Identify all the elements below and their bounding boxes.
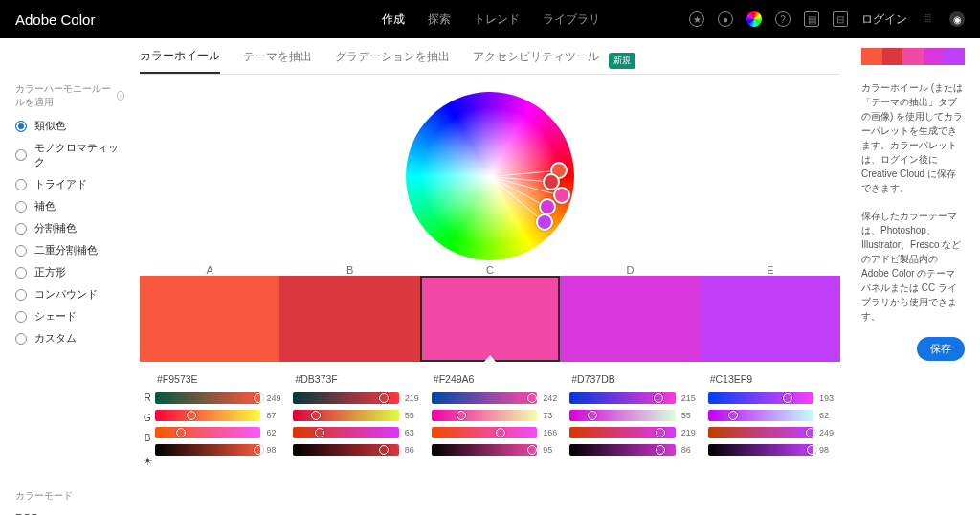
slider-track[interactable]	[432, 410, 537, 421]
harmony-rule-9[interactable]: カスタム	[15, 331, 124, 346]
nav-tab-2[interactable]: トレンド	[474, 11, 520, 28]
hex-value[interactable]: #C13EF9	[708, 373, 840, 385]
slider-track[interactable]	[432, 392, 537, 404]
slider-thumb[interactable]	[656, 445, 665, 455]
harmony-rule-4[interactable]: 分割補色	[15, 221, 124, 235]
slider-value[interactable]: 86	[405, 445, 426, 455]
slider-thumb[interactable]	[379, 393, 389, 403]
slider-value[interactable]: 215	[681, 393, 702, 403]
slider-thumb[interactable]	[654, 393, 663, 403]
chat-icon[interactable]: ⊟	[833, 11, 848, 27]
swatch-E[interactable]	[701, 276, 840, 362]
slider-thumb[interactable]	[176, 428, 186, 437]
slider-thumb[interactable]	[527, 393, 537, 403]
slider-track[interactable]	[708, 392, 813, 404]
help-icon[interactable]: ?	[775, 11, 791, 27]
info-icon[interactable]: i	[117, 91, 124, 101]
harmony-rule-8[interactable]: シェード	[15, 309, 124, 324]
slider-thumb[interactable]	[254, 445, 263, 455]
slider-value[interactable]: 242	[543, 393, 564, 403]
harmony-rule-7[interactable]: コンパウンド	[15, 287, 124, 302]
slider-thumb[interactable]	[783, 393, 792, 403]
subtab-1[interactable]: テーマを抽出	[243, 49, 312, 73]
slider-value[interactable]: 86	[681, 445, 702, 455]
slider-thumb[interactable]	[254, 393, 263, 403]
slider-track[interactable]	[708, 427, 813, 438]
harmony-rule-1[interactable]: モノクロマティック	[15, 141, 124, 169]
slider-value[interactable]: 87	[266, 411, 287, 420]
harmony-rule-0[interactable]: 類似色	[15, 119, 124, 133]
slider-track[interactable]	[293, 410, 398, 421]
wheel-handle-4[interactable]	[536, 213, 553, 231]
slider-thumb[interactable]	[728, 411, 738, 420]
slider-track[interactable]	[569, 444, 675, 456]
nav-tab-0[interactable]: 作成	[382, 11, 405, 28]
bell-icon[interactable]: ●	[718, 11, 733, 27]
swatch-C[interactable]	[420, 276, 560, 362]
slider-thumb[interactable]	[311, 411, 321, 420]
subtab-0[interactable]: カラーホイール	[140, 48, 220, 74]
app-logo[interactable]: Adobe Color	[15, 11, 95, 28]
login-link[interactable]: ログイン	[861, 11, 907, 28]
slider-thumb[interactable]	[187, 411, 196, 420]
docs-icon[interactable]: ▤	[804, 11, 819, 27]
slider-value[interactable]: 98	[819, 445, 840, 455]
slider-track[interactable]	[293, 392, 398, 404]
hex-value[interactable]: #F9573E	[155, 373, 287, 385]
save-button[interactable]: 保存	[917, 337, 965, 361]
slider-track[interactable]	[155, 410, 260, 421]
slider-track[interactable]	[432, 444, 537, 456]
slider-value[interactable]: 55	[405, 411, 426, 420]
slider-thumb[interactable]	[457, 411, 466, 420]
slider-value[interactable]: 95	[543, 445, 564, 455]
slider-track[interactable]	[155, 392, 260, 404]
slider-value[interactable]: 73	[543, 411, 564, 420]
nav-tab-3[interactable]: ライブラリ	[543, 11, 600, 28]
slider-track[interactable]	[155, 427, 260, 438]
slider-value[interactable]: 98	[266, 445, 287, 455]
slider-value[interactable]: 219	[681, 428, 702, 437]
slider-track[interactable]	[569, 392, 675, 404]
subtab-3[interactable]: アクセシビリティツール	[473, 49, 599, 73]
color-wheel-icon[interactable]	[746, 11, 762, 27]
slider-value[interactable]: 166	[543, 428, 564, 437]
slider-track[interactable]	[293, 427, 398, 438]
hex-value[interactable]: #D737DB	[569, 373, 702, 385]
star-icon[interactable]: ★	[689, 11, 704, 27]
swatch-B[interactable]	[279, 276, 419, 362]
slider-value[interactable]: 62	[266, 428, 287, 437]
slider-thumb[interactable]	[588, 411, 597, 420]
slider-value[interactable]: 219	[405, 393, 426, 403]
slider-thumb[interactable]	[315, 428, 324, 437]
slider-thumb[interactable]	[379, 445, 389, 455]
slider-value[interactable]: 62	[819, 411, 840, 420]
nav-tab-1[interactable]: 探索	[428, 11, 451, 28]
slider-thumb[interactable]	[806, 428, 815, 437]
slider-thumb[interactable]	[807, 445, 816, 455]
slider-track[interactable]	[708, 410, 813, 421]
harmony-rule-2[interactable]: トライアド	[15, 177, 124, 191]
slider-track[interactable]	[155, 444, 260, 456]
slider-track[interactable]	[569, 410, 675, 421]
subtab-2[interactable]: グラデーションを抽出	[335, 49, 450, 73]
slider-value[interactable]: 193	[819, 393, 840, 403]
harmony-rule-3[interactable]: 補色	[15, 199, 124, 213]
slider-track[interactable]	[569, 427, 675, 438]
slider-thumb[interactable]	[527, 445, 537, 455]
cc-icon[interactable]: ◉	[949, 11, 965, 27]
swatch-A[interactable]	[140, 276, 279, 362]
hex-value[interactable]: #DB373F	[293, 373, 425, 385]
slider-track[interactable]	[432, 427, 537, 438]
slider-value[interactable]: 55	[681, 411, 702, 420]
slider-track[interactable]	[293, 444, 398, 456]
swatch-D[interactable]	[560, 276, 700, 362]
slider-value[interactable]: 63	[405, 428, 426, 437]
slider-thumb[interactable]	[496, 428, 505, 437]
slider-value[interactable]: 249	[819, 428, 840, 437]
color-wheel[interactable]	[406, 92, 574, 260]
slider-thumb[interactable]	[656, 428, 665, 437]
slider-track[interactable]	[708, 444, 813, 456]
harmony-rule-5[interactable]: 二重分割補色	[15, 243, 124, 258]
slider-value[interactable]: 249	[266, 393, 287, 403]
hex-value[interactable]: #F249A6	[432, 373, 564, 385]
